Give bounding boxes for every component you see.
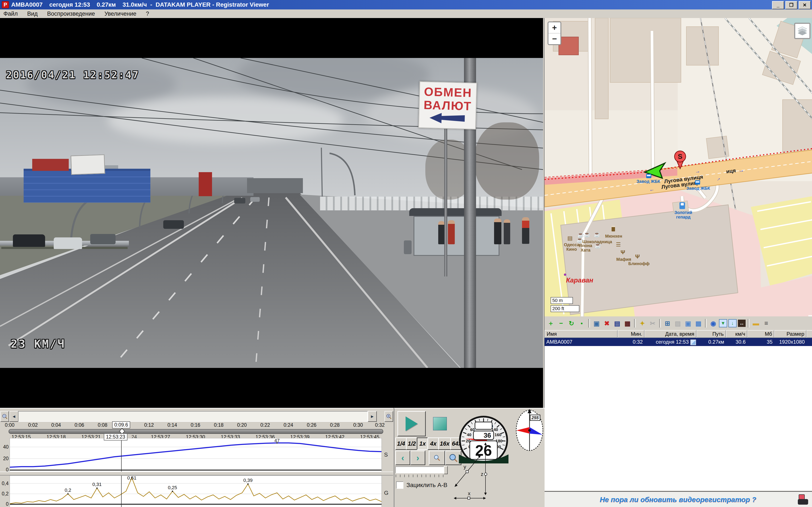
map-import-button[interactable]: ↓ — [728, 319, 737, 327]
delete-button[interactable]: ✖ — [602, 319, 611, 328]
timeline-panel: ◄ ► 0:000:02 0:040:06 0:08 0:09.6 0:120:… — [0, 408, 393, 507]
menu-view[interactable]: Вид — [27, 10, 38, 17]
update-prompt-link[interactable]: Не пора ли обновить видеорегистратор ? — [600, 496, 756, 504]
col-extra — [806, 330, 812, 338]
cell-size: 1920x1080 — [774, 338, 806, 346]
map-zoom-out-button[interactable]: − — [548, 34, 560, 44]
map-export-button[interactable]: ▼ — [719, 319, 727, 327]
current-position-tick: 0:09.6 — [112, 421, 130, 429]
car — [234, 198, 245, 204]
timeline-scrollbar[interactable] — [18, 411, 368, 422]
menu-playback[interactable]: Воспроизведение — [47, 10, 95, 17]
magnifier-plus-icon — [386, 414, 392, 419]
svg-text:S: S — [678, 153, 682, 160]
table-row-selected[interactable]: AMBA0007 0:32 сегодня 12:53 0.27км 30.6 … — [545, 338, 812, 346]
g-ytick-0: 0 — [0, 501, 9, 507]
copy-frames-button[interactable]: ▣ — [683, 319, 693, 328]
beer-icon — [612, 226, 615, 231]
timeline-scroll-left-button[interactable]: ◄ — [9, 411, 18, 422]
col-min[interactable]: Мин. — [618, 330, 645, 338]
zoom-out-small-button[interactable] — [429, 451, 445, 465]
timeline-zoom-in-button[interactable] — [385, 411, 393, 422]
car — [13, 234, 45, 247]
remove-file-button[interactable]: − — [557, 319, 566, 328]
timeline-slider[interactable] — [9, 429, 383, 434]
col-size[interactable]: Размер — [774, 330, 806, 338]
speed-chart-area[interactable]: 47 — [10, 438, 382, 472]
compass-heading-value: 255 — [531, 415, 539, 420]
status-bar: Не пора ли обновить видеорегистратор ? — [544, 491, 812, 507]
title-bar[interactable]: P AMBA0007 сегодня 12:53 0.27км 31.0км/ч… — [0, 0, 812, 9]
chart-splitter[interactable] — [0, 471, 393, 475]
copy-frames-alt-button[interactable]: ▩ — [694, 319, 703, 328]
map-zoom-in-button[interactable]: + — [548, 22, 560, 34]
close-button[interactable]: ✕ — [799, 1, 811, 9]
map-scale-imperial: 200 ft — [551, 305, 579, 312]
gsensor-axes-diagram: y z x — [451, 442, 496, 503]
col-name[interactable]: Имя — [545, 330, 618, 338]
speed-series-label: S — [384, 451, 392, 458]
speed-4x-button[interactable]: 4x — [427, 438, 439, 450]
map-panel[interactable]: S Лугова вулиця Лугова вулиця иця → → → … — [544, 18, 812, 317]
step-back-button[interactable]: ‹ — [395, 451, 410, 465]
playback-control-panel: 1/4 1/2 1x 4x 16x 64x ‹ › Зациклить A-B — [394, 408, 545, 507]
timeline-tick-row[interactable]: 0:000:02 0:040:06 0:08 0:09.6 0:120:14 0… — [10, 422, 381, 430]
col-path[interactable]: Путь — [697, 330, 726, 338]
open-folder-button[interactable]: ▬ — [751, 319, 760, 328]
archive-button[interactable]: ▦ — [623, 319, 632, 328]
copy-button[interactable]: ▣ — [592, 319, 601, 328]
speed-16x-button[interactable]: 16x — [438, 438, 451, 450]
timeline-zoom-out-button[interactable] — [0, 411, 9, 422]
volume-slider[interactable] — [395, 466, 448, 473]
g-chart-area[interactable]: 0,20,310,510,250,39 — [10, 475, 382, 507]
cell-datetime: сегодня 12:53 — [645, 338, 691, 346]
play-button[interactable] — [397, 411, 426, 436]
col-datetime[interactable]: Дата, время — [645, 330, 697, 338]
speed-1-2-button[interactable]: 1/2 — [406, 438, 418, 450]
oneway-arrow-icon: → — [649, 187, 655, 194]
bare-tree — [475, 122, 539, 200]
frame-add-button[interactable]: ⊞ — [663, 319, 672, 328]
add-file-button[interactable]: ＋ — [546, 319, 555, 328]
axis-x-label: x — [468, 491, 470, 496]
frame-width-button[interactable]: ↔ — [738, 320, 746, 327]
street-label-partial: иця — [726, 167, 736, 174]
key-button[interactable]: ✦ — [638, 319, 647, 328]
play-icon — [406, 416, 418, 431]
col-mb[interactable]: Мб — [747, 330, 774, 338]
col-speed[interactable]: км/ч — [726, 330, 747, 338]
step-forward-button[interactable]: › — [410, 451, 425, 465]
slider-ticks — [396, 474, 447, 477]
row-map-icon — [691, 338, 697, 346]
sign-post — [444, 126, 447, 276]
file-list-empty-area[interactable] — [544, 346, 812, 491]
restore-button[interactable]: ❐ — [785, 1, 797, 9]
menu-file[interactable]: Файл — [3, 10, 17, 17]
stop-button[interactable] — [433, 417, 447, 430]
refresh-button[interactable]: ↻ — [567, 319, 576, 328]
poi-label-beer: Мюнхен — [605, 234, 622, 238]
cafe-icon: ☕ — [583, 231, 591, 237]
minimize-button[interactable]: _ — [772, 1, 784, 9]
loop-ab-label: Зациклить A-B — [406, 482, 448, 489]
bus-shelter-roof — [409, 208, 502, 216]
oneway-arrow-icon: → — [695, 168, 701, 174]
video-speed-overlay: 23 КМ/Ч — [11, 337, 65, 350]
red-billboard — [32, 159, 69, 171]
axis-y-label: y — [464, 464, 466, 470]
speed-1x-button[interactable]: 1x — [417, 438, 428, 450]
google-earth-button[interactable]: ◉ — [709, 319, 718, 328]
timeline-scroll-right-button[interactable]: ► — [368, 411, 377, 422]
save-button[interactable]: ▤ — [613, 319, 622, 328]
video-display[interactable]: ОБМЕН ВАЛЮТ 2016/04/21 12:52:47 23 КМ/Ч — [0, 18, 543, 408]
speed-1-4-button[interactable]: 1/4 — [395, 438, 407, 450]
menu-zoom[interactable]: Увеличение — [104, 10, 137, 17]
volume-thumb[interactable] — [444, 466, 448, 474]
cafe-icon: ☕ — [594, 231, 600, 237]
menu-help[interactable]: ? — [146, 10, 149, 17]
mall-dot-icon — [564, 274, 566, 276]
fuel-station-icon — [679, 202, 685, 209]
loop-ab-checkbox[interactable] — [396, 482, 403, 489]
playlist-button[interactable]: ≡ — [762, 319, 771, 328]
map-layers-button[interactable] — [794, 23, 811, 39]
